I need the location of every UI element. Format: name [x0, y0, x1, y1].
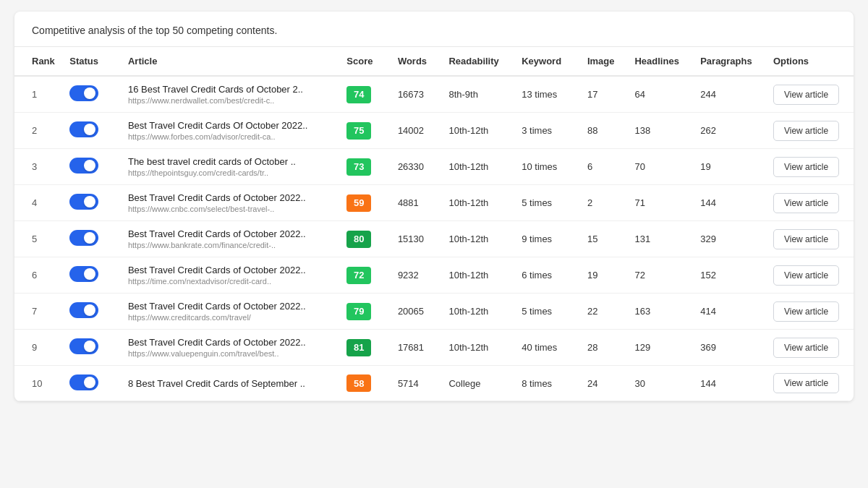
articles-table: Rank Status Article Score Words Readabil…	[14, 47, 854, 401]
article-cell: 16 Best Travel Credit Cards of October 2…	[121, 76, 339, 113]
article-title: Best Travel Credit Cards of October 2022…	[128, 228, 332, 239]
keyword-cell: 5 times	[514, 294, 580, 330]
rank-cell: 9	[14, 330, 62, 366]
status-cell	[62, 221, 121, 257]
view-article-button[interactable]: View article	[773, 121, 839, 141]
status-cell	[62, 149, 121, 185]
view-article-button[interactable]: View article	[773, 193, 839, 213]
options-cell: View article	[766, 294, 854, 330]
readability-cell: 10th-12th	[441, 330, 514, 366]
table-row: 116 Best Travel Credit Cards of October …	[14, 76, 854, 113]
table-row: 6Best Travel Credit Cards of October 202…	[14, 257, 854, 294]
rank-cell: 1	[14, 76, 62, 113]
article-cell: Best Travel Credit Cards Of October 2022…	[121, 113, 339, 149]
options-cell: View article	[766, 185, 854, 221]
article-url: https://www.valuepenguin.com/travel/best…	[128, 349, 332, 358]
article-title: 16 Best Travel Credit Cards of October 2…	[128, 84, 332, 95]
score-badge: 73	[346, 158, 371, 176]
status-toggle[interactable]	[69, 194, 98, 210]
words-cell: 14002	[391, 113, 442, 149]
words-cell: 15130	[391, 221, 442, 257]
status-toggle[interactable]	[69, 374, 98, 390]
article-url: https://www.nerdwallet.com/best/credit-c…	[128, 96, 332, 105]
status-toggle[interactable]	[69, 230, 98, 246]
view-article-button[interactable]: View article	[773, 338, 839, 358]
paragraphs-cell: 144	[693, 185, 766, 221]
view-article-button[interactable]: View article	[773, 157, 839, 177]
col-image: Image	[580, 47, 628, 76]
score-cell: 72	[339, 257, 391, 294]
keyword-cell: 40 times	[514, 330, 580, 366]
status-toggle[interactable]	[69, 121, 98, 137]
words-cell: 9232	[391, 257, 442, 294]
image-cell: 6	[580, 149, 628, 185]
words-cell: 20065	[391, 294, 442, 330]
article-url: https://www.creditcards.com/travel/	[128, 313, 332, 322]
table-row: 3The best travel credit cards of October…	[14, 149, 854, 185]
article-url: https://www.bankrate.com/finance/credit-…	[128, 241, 332, 249]
score-badge: 59	[346, 194, 371, 212]
headlines-cell: 71	[627, 185, 693, 221]
image-cell: 88	[580, 113, 628, 149]
view-article-button[interactable]: View article	[773, 265, 839, 286]
keyword-cell: 3 times	[514, 113, 580, 149]
paragraphs-cell: 144	[693, 366, 766, 401]
headlines-cell: 129	[627, 330, 693, 366]
score-cell: 74	[339, 76, 391, 113]
table-row: 108 Best Travel Credit Cards of Septembe…	[14, 366, 854, 401]
status-toggle[interactable]	[69, 338, 98, 354]
score-badge: 80	[346, 231, 371, 248]
article-url: https://www.forbes.com/advisor/credit-ca…	[128, 132, 332, 141]
col-words: Words	[391, 47, 442, 76]
options-cell: View article	[766, 330, 854, 366]
score-cell: 81	[339, 330, 391, 366]
article-cell: 8 Best Travel Credit Cards of September …	[121, 366, 339, 401]
status-toggle[interactable]	[69, 158, 98, 174]
headlines-cell: 72	[627, 257, 693, 294]
keyword-cell: 6 times	[514, 257, 580, 294]
words-cell: 5714	[391, 366, 442, 401]
words-cell: 16673	[391, 76, 442, 113]
score-cell: 58	[339, 366, 391, 401]
keyword-cell: 8 times	[514, 366, 580, 401]
view-article-button[interactable]: View article	[773, 301, 839, 322]
status-toggle[interactable]	[69, 85, 98, 101]
status-cell	[62, 76, 121, 113]
image-cell: 22	[580, 294, 628, 330]
score-cell: 80	[339, 221, 391, 257]
article-url: https://www.cnbc.com/select/best-travel-…	[128, 205, 332, 213]
view-article-button[interactable]: View article	[773, 85, 839, 105]
keyword-cell: 5 times	[514, 185, 580, 221]
col-status: Status	[62, 47, 121, 76]
words-cell: 17681	[391, 330, 442, 366]
score-cell: 59	[339, 185, 391, 221]
rank-cell: 6	[14, 257, 62, 294]
paragraphs-cell: 369	[693, 330, 766, 366]
paragraphs-cell: 262	[693, 113, 766, 149]
image-cell: 28	[580, 330, 628, 366]
paragraphs-cell: 414	[693, 294, 766, 330]
view-article-button[interactable]: View article	[773, 373, 839, 393]
table-row: 2Best Travel Credit Cards Of October 202…	[14, 113, 854, 149]
score-badge: 79	[346, 303, 371, 320]
status-cell	[62, 294, 121, 330]
rank-cell: 2	[14, 113, 62, 149]
score-badge: 75	[346, 122, 371, 140]
status-toggle[interactable]	[69, 266, 98, 282]
readability-cell: 10th-12th	[441, 257, 514, 294]
status-toggle[interactable]	[69, 302, 98, 318]
options-cell: View article	[766, 149, 854, 185]
article-title: Best Travel Credit Cards of October 2022…	[128, 192, 332, 203]
keyword-cell: 13 times	[514, 76, 580, 113]
status-cell	[62, 366, 121, 401]
view-article-button[interactable]: View article	[773, 229, 839, 249]
headlines-cell: 70	[627, 149, 693, 185]
table-header-row: Rank Status Article Score Words Readabil…	[14, 47, 854, 76]
headlines-cell: 131	[627, 221, 693, 257]
headlines-cell: 138	[627, 113, 693, 149]
image-cell: 2	[580, 185, 628, 221]
score-badge: 72	[346, 267, 371, 284]
rank-cell: 10	[14, 366, 62, 401]
article-cell: Best Travel Credit Cards of October 2022…	[121, 330, 339, 366]
score-badge: 58	[346, 374, 371, 392]
